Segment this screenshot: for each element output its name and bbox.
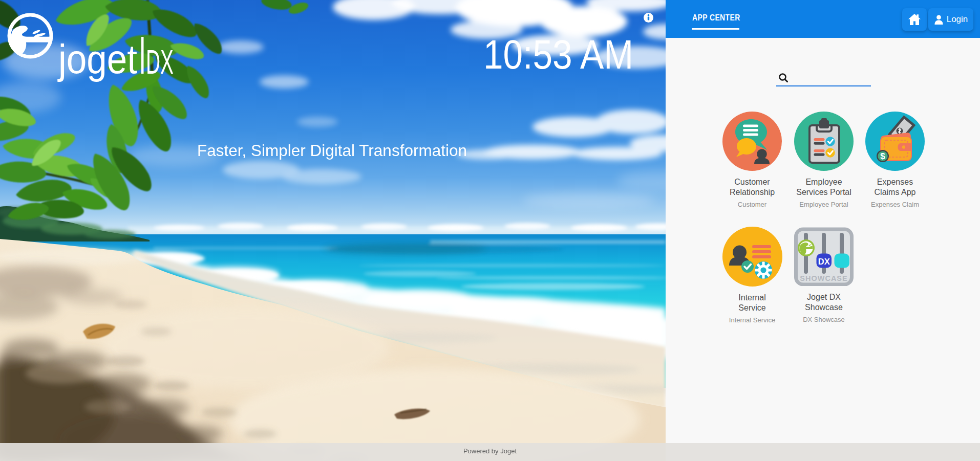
- svg-text:DX: DX: [818, 257, 830, 266]
- svg-text:DX: DX: [146, 42, 174, 81]
- svg-text:10:53 AM: 10:53 AM: [483, 32, 633, 77]
- svg-text:SHOWCASE: SHOWCASE: [800, 274, 847, 282]
- svg-text:$: $: [880, 151, 885, 161]
- svg-text:joget: joget: [57, 36, 137, 82]
